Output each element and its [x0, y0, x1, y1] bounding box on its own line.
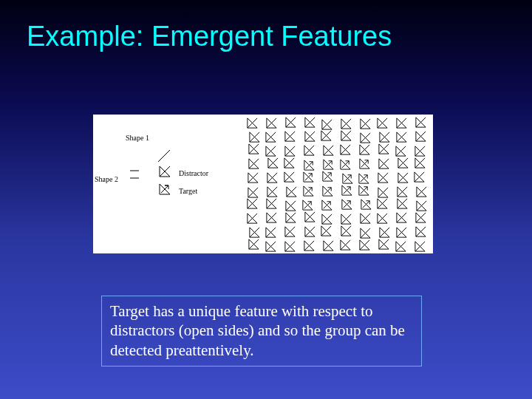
distractor-glyph — [246, 212, 259, 225]
target-glyph — [302, 185, 315, 197]
distractor-glyph — [359, 132, 372, 144]
distractor-glyph — [265, 197, 278, 210]
target-glyph — [341, 198, 353, 211]
distractor-glyph — [284, 211, 297, 224]
distractor-glyph — [413, 171, 426, 183]
distractor-glyph — [415, 200, 428, 212]
legend: Shape 1 Shape 2 Distractor — [93, 115, 241, 253]
distractor-glyph — [248, 157, 260, 170]
distractor-icon — [158, 165, 171, 178]
target-label: Target — [179, 187, 197, 195]
distractor-glyph — [322, 239, 335, 252]
distractor-glyph — [376, 117, 389, 129]
distractor-glyph — [266, 185, 279, 198]
target-glyph — [341, 172, 354, 185]
distractor-glyph — [395, 131, 408, 143]
distractor-glyph — [303, 239, 316, 252]
distractor-glyph — [284, 130, 296, 143]
target-glyph — [321, 185, 334, 197]
target-glyph — [322, 158, 335, 171]
target-glyph — [321, 170, 334, 183]
distractor-glyph — [414, 240, 426, 253]
target-glyph — [358, 157, 371, 170]
distractor-glyph — [284, 200, 297, 212]
distractor-glyph — [340, 129, 352, 142]
shape2-angle-icon — [127, 166, 143, 183]
caption-box: Target has a unique feature with respect… — [101, 296, 422, 366]
distractor-glyph — [397, 171, 409, 184]
target-glyph — [360, 198, 372, 211]
distractor-glyph — [395, 226, 408, 239]
distractor-glyph — [267, 157, 279, 169]
distractor-glyph — [359, 117, 372, 130]
target-glyph — [358, 184, 370, 197]
distractor-glyph — [415, 116, 427, 129]
shape2-label: Shape 2 — [95, 175, 118, 183]
distractor-glyph — [359, 212, 372, 225]
distractor-glyph — [265, 131, 277, 143]
distractor-glyph — [284, 116, 297, 129]
distractor-glyph — [415, 130, 427, 143]
distractor-glyph — [284, 240, 296, 253]
distractor-glyph — [415, 225, 427, 238]
distractor-glyph — [395, 145, 407, 157]
distractor-glyph — [284, 145, 296, 157]
figure-panel: Shape 1 Shape 2 Distractor — [93, 115, 433, 253]
slide: Example: Emergent Features Shape 1 Shape… — [0, 0, 532, 399]
distractor-glyph — [339, 143, 352, 156]
distractor-glyph — [321, 213, 333, 225]
distractor-glyph — [285, 185, 298, 198]
distractor-glyph — [377, 186, 389, 199]
target-glyph — [302, 171, 315, 183]
distractor-glyph — [248, 226, 261, 239]
target-glyph — [341, 184, 353, 197]
distractor-glyph — [321, 118, 333, 131]
distractor-glyph — [304, 130, 316, 143]
distractor-glyph — [377, 171, 389, 184]
distractor-glyph — [358, 239, 371, 251]
distractor-glyph — [248, 143, 260, 155]
distractor-glyph — [284, 225, 296, 238]
distractor-glyph — [396, 185, 409, 198]
distractor-glyph — [376, 197, 389, 210]
distractor-glyph — [359, 227, 372, 239]
target-glyph — [358, 172, 370, 185]
distractor-glyph — [246, 197, 259, 210]
distractor-glyph — [248, 238, 260, 250]
distractor-glyph — [265, 226, 277, 239]
distractor-glyph — [339, 239, 352, 251]
distractor-glyph — [246, 117, 259, 129]
distractor-glyph — [304, 225, 316, 238]
distractor-glyph — [378, 238, 390, 250]
distractor-glyph — [395, 117, 408, 129]
distractor-glyph — [378, 157, 390, 170]
caption-text: Target has a unique feature with respect… — [110, 302, 405, 359]
distractor-glyph — [303, 144, 316, 157]
distractor-glyph — [320, 129, 332, 142]
distractor-glyph — [320, 225, 332, 237]
distractor-glyph — [304, 116, 316, 129]
distractor-glyph — [247, 171, 259, 184]
slide-title: Example: Emergent Features — [27, 21, 392, 52]
distractor-glyph — [415, 211, 427, 224]
distractor-glyph — [266, 171, 279, 184]
distractor-glyph — [414, 145, 426, 157]
distractor-glyph — [378, 143, 390, 155]
distractor-glyph — [265, 240, 277, 253]
target-glyph — [301, 199, 314, 211]
distractor-glyph — [395, 211, 408, 224]
distractor-glyph — [283, 157, 296, 169]
distractor-glyph — [304, 211, 316, 223]
distractor-glyph — [396, 197, 409, 210]
target-glyph — [303, 159, 316, 171]
distractor-glyph — [340, 213, 352, 225]
distractor-glyph — [358, 143, 371, 156]
distractor-glyph — [414, 157, 426, 169]
distractor-glyph — [247, 186, 259, 199]
distractor-glyph — [265, 145, 277, 157]
distractor-glyph — [397, 157, 409, 169]
distractor-glyph — [283, 171, 296, 183]
search-array — [245, 116, 432, 252]
distractor-glyph — [322, 144, 335, 157]
shape1-diagonal-icon — [156, 148, 172, 164]
